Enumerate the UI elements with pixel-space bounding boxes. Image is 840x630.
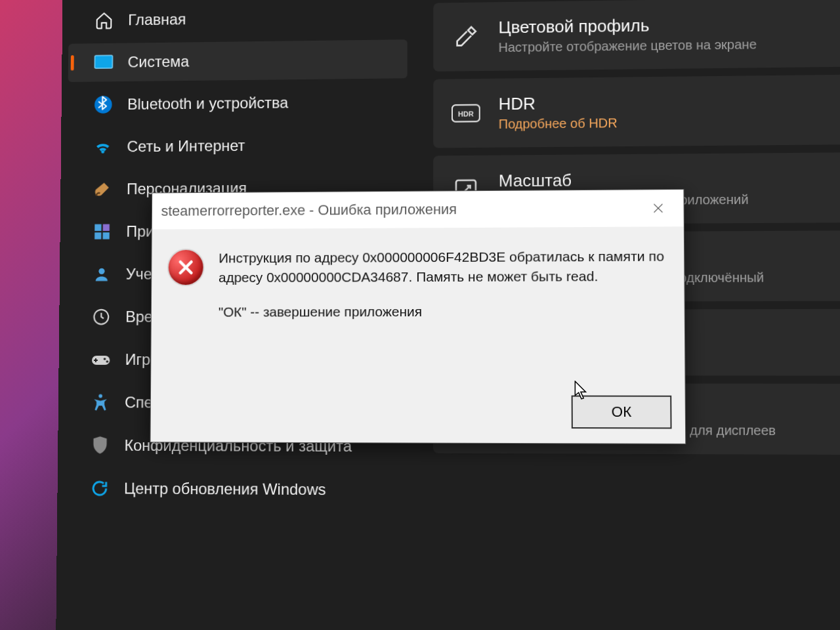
error-dialog: steamerrorreporter.exe - Ошибка приложен… (150, 189, 686, 444)
svg-point-10 (104, 358, 106, 360)
card-title: Масштаб (499, 169, 749, 192)
svg-rect-0 (94, 55, 112, 68)
shield-icon (90, 435, 110, 456)
sidebar-label: Центр обновления Windows (124, 480, 326, 499)
card-hdr[interactable]: HDR HDR Подробнее об HDR (433, 75, 840, 148)
gamepad-icon (91, 349, 111, 370)
card-subtitle: Настройте отображение цветов на экране (499, 37, 757, 55)
close-icon[interactable] (642, 196, 675, 220)
error-note-text: "ОК" -- завершение приложения (219, 301, 669, 322)
svg-point-11 (106, 360, 109, 363)
apps-icon (92, 221, 112, 242)
wifi-icon (93, 136, 113, 158)
card-color-profile[interactable]: Цветовой профиль Настройте отображение ц… (433, 0, 840, 72)
person-icon (91, 264, 112, 285)
bluetooth-icon (93, 94, 114, 116)
card-title: HDR (499, 93, 618, 114)
ok-button[interactable]: ОК (572, 395, 672, 429)
dialog-titlebar: steamerrorreporter.exe - Ошибка приложен… (152, 190, 684, 230)
eyedropper-icon (452, 22, 480, 51)
sidebar-item-home[interactable]: Главная (68, 0, 407, 40)
sidebar-label: Сеть и Интернет (127, 136, 245, 156)
dialog-footer: ОК (150, 386, 685, 444)
sidebar-label: Bluetooth и устройства (127, 94, 288, 114)
update-icon (89, 478, 110, 499)
dialog-title-text: steamerrorreporter.exe - Ошибка приложен… (161, 201, 457, 219)
sidebar-label: Главная (128, 10, 186, 29)
card-title: Цветовой профиль (498, 14, 756, 38)
error-message-text: Инструкция по адресу 0x000000006F42BD3E … (219, 246, 668, 287)
sidebar-label: Система (127, 52, 189, 71)
svg-point-2 (94, 96, 112, 114)
svg-text:HDR: HDR (458, 110, 474, 117)
clock-globe-icon (91, 306, 112, 327)
sidebar-item-system[interactable]: Система (68, 39, 408, 82)
card-subtitle: Подробнее об HDR (499, 116, 618, 132)
brush-icon (92, 179, 112, 200)
sidebar-item-windows-update[interactable]: Центр обновления Windows (64, 469, 407, 510)
accessibility-icon (90, 392, 110, 413)
dialog-body: Инструкция по адресу 0x000000006F42BD3E … (151, 226, 684, 386)
svg-rect-6 (103, 232, 110, 239)
svg-rect-3 (94, 224, 101, 231)
svg-rect-5 (94, 232, 101, 239)
svg-point-12 (98, 394, 102, 398)
sidebar-item-bluetooth[interactable]: Bluetooth и устройства (68, 82, 408, 124)
dialog-message: Инструкция по адресу 0x000000006F42BD3E … (218, 246, 669, 379)
sidebar-item-network[interactable]: Сеть и Интернет (67, 125, 407, 166)
svg-point-7 (98, 268, 104, 274)
error-icon (167, 249, 205, 287)
system-icon (93, 52, 114, 72)
hdr-icon: HDR (452, 99, 480, 128)
svg-rect-4 (103, 224, 110, 231)
home-icon (94, 10, 114, 30)
